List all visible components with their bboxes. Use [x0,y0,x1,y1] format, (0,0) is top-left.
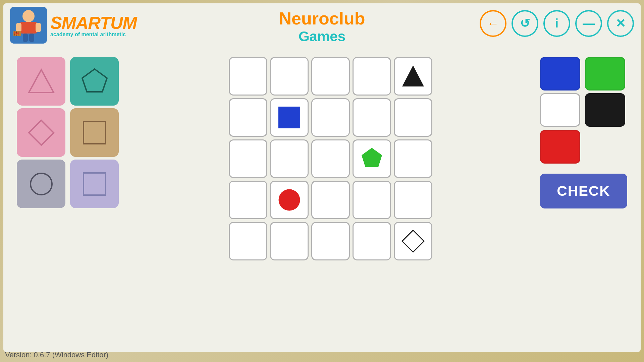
svg-marker-24 [402,230,424,252]
swatch-red[interactable] [540,130,580,164]
grid-cell-0-4[interactable] [394,57,432,96]
brand-subtitle: academy of mental arithmetic [50,32,137,38]
grid-cell-2-0[interactable] [229,139,267,178]
svg-rect-21 [278,107,300,128]
version-text: Version: 0.6.7 (Windows Editor) [5,351,108,359]
grid-cell-3-0[interactable] [229,181,267,219]
brand-name: SMARTUM [50,13,137,33]
svg-point-23 [278,189,300,211]
check-button[interactable]: CHECK [540,174,627,208]
shape-palette [17,57,121,208]
svg-marker-16 [29,120,54,145]
grid-cell-3-4[interactable] [394,181,432,219]
svg-rect-3 [16,23,21,32]
grid-cell-0-1[interactable] [270,57,309,96]
svg-point-12 [16,34,17,35]
grid-cell-2-4[interactable] [394,139,432,178]
grid-cell-1-3[interactable] [353,98,391,137]
svg-point-18 [31,173,52,195]
logo [10,7,47,44]
back-button[interactable]: ← [480,10,506,37]
grid-container [141,57,520,260]
grid-cell-2-2[interactable] [311,139,350,178]
title-games: Games [279,28,365,45]
grid-cell-4-4[interactable] [394,222,432,260]
main-area: SMARTUM academy of mental arithmetic Neu… [3,3,641,352]
svg-rect-2 [20,22,37,34]
game-grid [229,57,432,260]
swatch-white[interactable] [540,93,580,127]
palette-circle[interactable] [17,160,65,208]
svg-marker-15 [82,69,107,92]
grid-cell-0-2[interactable] [311,57,350,96]
palette-lavender-square[interactable] [70,160,119,208]
svg-rect-6 [29,34,34,42]
palette-pentagon[interactable] [70,57,119,106]
grid-cell-1-1[interactable] [270,98,309,137]
grid-cell-1-0[interactable] [229,98,267,137]
svg-rect-17 [84,122,106,144]
grid-cell-2-1[interactable] [270,139,309,178]
grid-cell-4-2[interactable] [311,222,350,260]
refresh-button[interactable]: ↺ [512,10,538,37]
grid-cell-0-0[interactable] [229,57,267,96]
swatch-blue[interactable] [540,57,580,90]
svg-marker-14 [29,70,54,93]
palette-diamond[interactable] [17,108,65,157]
swatch-green[interactable] [585,57,625,90]
svg-point-13 [17,33,19,34]
grid-cell-1-2[interactable] [311,98,350,137]
content: CHECK [3,50,641,267]
svg-marker-22 [362,148,382,167]
grid-cell-4-3[interactable] [353,222,391,260]
info-button[interactable]: i [543,10,570,37]
color-swatches [540,57,627,127]
swatch-black[interactable] [585,93,625,127]
grid-cell-2-3[interactable] [353,139,391,178]
grid-cell-3-2[interactable] [311,181,350,219]
svg-rect-5 [23,34,28,42]
right-panel: CHECK [540,57,627,208]
grid-cell-3-1[interactable] [270,181,309,219]
close-button[interactable]: ✕ [607,10,634,37]
palette-triangle[interactable] [17,57,65,106]
svg-marker-20 [402,65,424,86]
svg-point-11 [14,32,16,34]
palette-square[interactable] [70,108,119,157]
minimize-button[interactable]: — [575,10,602,37]
title-center: Neuroclub Games [279,8,365,45]
brand-text-area: SMARTUM academy of mental arithmetic [50,13,137,38]
title-neuroclub: Neuroclub [279,8,365,28]
svg-point-1 [22,10,35,22]
grid-cell-3-3[interactable] [353,181,391,219]
grid-cell-4-0[interactable] [229,222,267,260]
grid-cell-1-4[interactable] [394,98,432,137]
header: SMARTUM academy of mental arithmetic Neu… [3,3,641,47]
grid-cell-0-3[interactable] [353,57,391,96]
svg-rect-19 [84,173,106,195]
svg-rect-4 [36,23,41,32]
top-buttons: ← ↺ i — ✕ [480,10,634,37]
logo-area: SMARTUM academy of mental arithmetic [10,7,137,44]
grid-cell-4-1[interactable] [270,222,309,260]
